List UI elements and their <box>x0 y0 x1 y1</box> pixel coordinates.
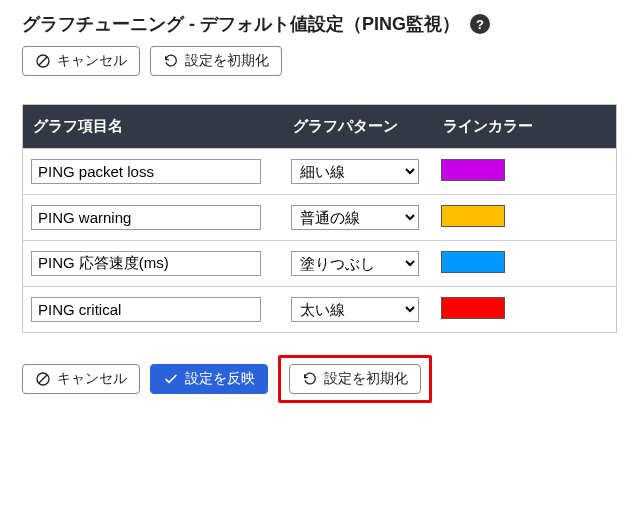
table-row: 細い線普通の線太い線塗りつぶし <box>23 241 617 287</box>
graph-pattern-select[interactable]: 細い線普通の線太い線塗りつぶし <box>291 205 419 230</box>
undo-icon <box>163 53 179 69</box>
col-header-pattern: グラフパターン <box>283 105 433 149</box>
svg-line-3 <box>39 375 47 383</box>
col-header-color: ラインカラー <box>433 105 617 149</box>
graph-name-input[interactable] <box>31 159 261 184</box>
graph-pattern-select[interactable]: 細い線普通の線太い線塗りつぶし <box>291 159 419 184</box>
reset-button-label: 設定を初期化 <box>185 52 269 70</box>
apply-button-label: 設定を反映 <box>185 370 255 388</box>
reset-callout: 設定を初期化 <box>278 355 432 403</box>
svg-line-1 <box>39 57 47 65</box>
cancel-button-top[interactable]: キャンセル <box>22 46 140 76</box>
cancel-icon <box>35 371 51 387</box>
graph-name-input[interactable] <box>31 205 261 230</box>
line-color-swatch[interactable] <box>441 251 505 273</box>
cancel-icon <box>35 53 51 69</box>
graph-name-input[interactable] <box>31 251 261 276</box>
table-row: 細い線普通の線太い線塗りつぶし <box>23 149 617 195</box>
line-color-swatch[interactable] <box>441 205 505 227</box>
settings-table: グラフ項目名 グラフパターン ラインカラー 細い線普通の線太い線塗りつぶし細い線… <box>22 104 617 333</box>
graph-pattern-select[interactable]: 細い線普通の線太い線塗りつぶし <box>291 251 419 276</box>
apply-button[interactable]: 設定を反映 <box>150 364 268 394</box>
line-color-swatch[interactable] <box>441 297 505 319</box>
graph-pattern-select[interactable]: 細い線普通の線太い線塗りつぶし <box>291 297 419 322</box>
table-row: 細い線普通の線太い線塗りつぶし <box>23 287 617 333</box>
check-icon <box>163 371 179 387</box>
line-color-swatch[interactable] <box>441 159 505 181</box>
col-header-name: グラフ項目名 <box>23 105 283 149</box>
undo-icon <box>302 371 318 387</box>
cancel-button-label: キャンセル <box>57 52 127 70</box>
table-row: 細い線普通の線太い線塗りつぶし <box>23 195 617 241</box>
reset-button-label: 設定を初期化 <box>324 370 408 388</box>
reset-button-top[interactable]: 設定を初期化 <box>150 46 282 76</box>
cancel-button-bottom[interactable]: キャンセル <box>22 364 140 394</box>
graph-name-input[interactable] <box>31 297 261 322</box>
page-title: グラフチューニング - デフォルト値設定（PING監視） <box>22 12 460 36</box>
reset-button-bottom[interactable]: 設定を初期化 <box>289 364 421 394</box>
cancel-button-label: キャンセル <box>57 370 127 388</box>
help-icon[interactable]: ? <box>470 14 490 34</box>
